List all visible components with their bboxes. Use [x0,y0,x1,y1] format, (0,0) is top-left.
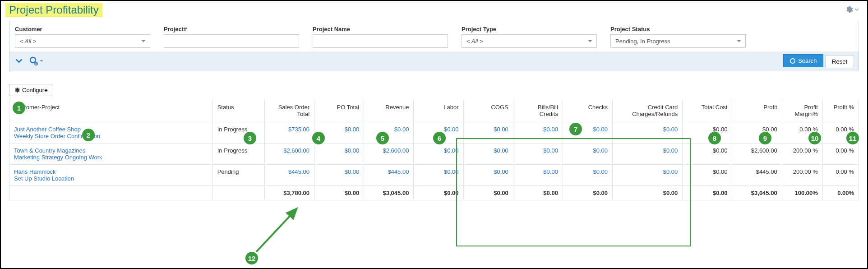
ccCharges-cell[interactable]: $0.00 [613,122,683,143]
filter-toolbar: Search Reset [9,51,859,71]
col-status[interactable]: Status [212,99,264,122]
status-cell: Pending [212,164,264,186]
filter-projectname: Project Name [313,26,448,48]
checks-cell[interactable]: $0.00 [563,143,612,164]
profitPct-cell: 0.00 % [822,143,859,164]
col-customer-project[interactable]: Customer-Project [9,99,213,122]
status-cell: In Progress [212,143,264,164]
billsCredits-cell[interactable]: $0.00 [513,122,563,143]
filter-projectnum: Project# [164,26,299,48]
labor-cell[interactable]: $0.00 [414,164,463,186]
col-profit-pct[interactable]: Profit % [822,99,859,122]
status-cell: In Progress [212,122,264,143]
table-row: Town & Country MagazinesMarketing Strate… [9,143,859,164]
col-cogs[interactable]: COGS [463,99,513,122]
cogs-cell[interactable]: $0.00 [463,164,513,186]
annotation-4: 4 [312,132,325,144]
customer-project-link[interactable]: Town & Country MagazinesMarketing Strate… [9,143,213,164]
col-profit-margin[interactable]: Profit Margin% [782,99,822,122]
ccCharges-cell[interactable]: $0.00 [613,143,683,164]
billsCredits-cell[interactable]: $0.00 [513,164,563,186]
total-billsCredits: $0.00 [513,186,563,200]
annotation-2: 2 [82,129,95,141]
total-labor: $0.00 [414,186,463,200]
salesOrderTotal-cell[interactable]: $735.00 [264,122,314,143]
col-po-total[interactable]: PO Total [314,99,364,122]
revenue-cell[interactable]: $445.00 [364,164,414,186]
labor-cell[interactable]: $0.00 [414,143,463,164]
customer-select-value[interactable] [15,34,150,48]
annotation-5: 5 [376,132,389,144]
projecttype-label: Project Type [462,26,597,32]
total-profit: $3,045.00 [732,186,782,200]
projectstatus-select[interactable] [610,34,746,48]
ccCharges-cell[interactable]: $0.00 [613,164,683,186]
annotation-8: 8 [708,132,721,144]
revenue-cell[interactable]: $2,600.00 [364,143,414,164]
totalCost-cell: $0.00 [683,164,732,186]
total-checks: $0.00 [563,186,612,200]
settings-dropdown[interactable] [845,5,859,14]
customer-label: Customer [15,26,150,32]
projectnum-input[interactable] [164,34,299,48]
configure-label: Configure [22,87,47,93]
cogs-cell[interactable]: $0.00 [463,122,513,143]
filter-projecttype: Project Type [462,26,597,48]
total-totalCost: $0.00 [683,186,732,200]
col-bills-credits[interactable]: Bills/Bill Credits [513,99,563,122]
col-profit[interactable]: Profit [732,99,782,122]
filter-projectstatus: Project Status [610,26,746,48]
customer-select[interactable] [15,34,150,48]
salesOrderTotal-cell[interactable]: $445.00 [264,164,314,186]
totalCost-cell: $0.00 [683,143,732,164]
annotation-7: 7 [569,123,582,135]
projecttype-select[interactable] [462,34,597,48]
col-sales-order-total[interactable]: Sales Order Total [264,99,314,122]
col-checks[interactable]: Checks [563,99,612,122]
profitMargin-cell: 200.00 % [782,143,822,164]
projectstatus-label: Project Status [610,26,746,32]
checks-cell[interactable]: $0.00 [563,164,612,186]
salesOrderTotal-cell[interactable]: $2,600.00 [264,143,314,164]
col-labor[interactable]: Labor [414,99,463,122]
poTotal-cell[interactable]: $0.00 [314,164,364,186]
projectnum-label: Project# [164,26,299,32]
search-button[interactable]: Search [783,54,823,67]
header-row: Customer-Project Status Sales Order Tota… [9,99,859,122]
gear-icon [845,5,853,14]
saved-search-icon[interactable] [28,56,44,66]
profitPct-cell: 0.00 % [822,164,859,186]
cogs-cell[interactable]: $0.00 [463,143,513,164]
projectname-label: Project Name [313,26,448,32]
customer-project-link[interactable]: Hans HammockSet Up Studio Location [9,164,213,186]
annotation-arrow [252,203,306,257]
chevron-down-icon [854,7,859,12]
billsCredits-cell[interactable]: $0.00 [513,143,563,164]
total-salesOrderTotal: $3,780.00 [264,186,314,200]
total-ccCharges: $0.00 [613,186,683,200]
totalCost-cell: $0.00 [683,122,732,143]
profit-cell: $445.00 [732,164,782,186]
poTotal-cell[interactable]: $0.00 [314,143,364,164]
reset-button[interactable]: Reset [825,55,854,68]
totals-row: $3,780.00$0.00$3,045.00$0.00$0.00$0.00$0… [9,186,859,200]
col-revenue[interactable]: Revenue [364,99,414,122]
expand-filter-icon[interactable] [14,56,24,66]
svg-line-2 [256,209,297,252]
filter-customer: Customer [15,26,150,48]
projectstatus-select-value[interactable] [610,34,746,48]
annotation-11: 11 [846,132,859,144]
col-cc-charges[interactable]: Credit Card Charges/Refunds [613,99,683,122]
projectname-input[interactable] [313,34,448,48]
total-revenue: $3,045.00 [364,186,414,200]
total-cogs: $0.00 [463,186,513,200]
revenue-cell[interactable]: $0.00 [364,122,414,143]
projecttype-select-value[interactable] [462,34,597,48]
configure-button[interactable]: Configure [9,84,52,96]
annotation-6: 6 [433,132,446,144]
annotation-3: 3 [244,132,256,144]
total-profitPct: 0.00% [822,186,859,200]
filter-panel: Customer Project# Project Name Project T… [9,21,859,71]
col-total-cost[interactable]: Total Cost [683,99,732,122]
customer-project-link[interactable]: Just Another Coffee ShopWeekly Store Ord… [9,122,213,143]
